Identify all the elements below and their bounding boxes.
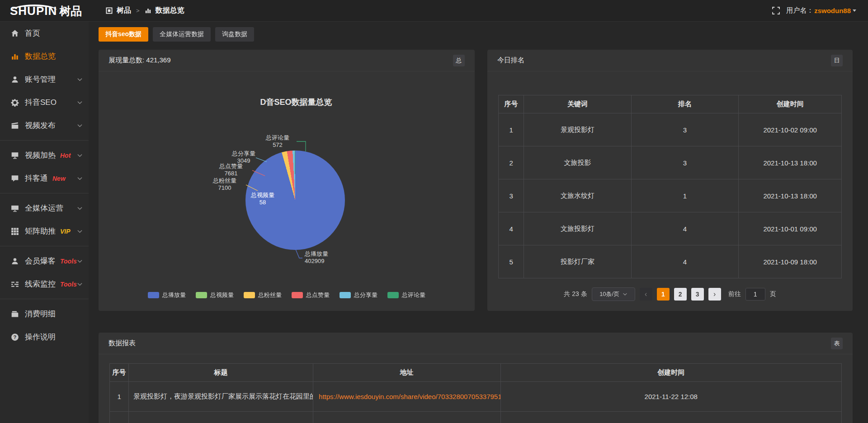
cell-rank: 1 — [631, 179, 739, 212]
next-page-button[interactable]: › — [708, 288, 721, 301]
chevron-down-icon — [77, 207, 82, 210]
sidebar-item-instructions[interactable]: ? 操作说明 — [0, 325, 89, 348]
page-button-1[interactable]: 1 — [657, 288, 670, 301]
page-size-select[interactable]: 10条/页 — [592, 287, 635, 301]
tab-douyin-seo-data[interactable]: 抖音seo数据 — [99, 27, 148, 42]
app-square-icon — [106, 7, 113, 14]
video-link[interactable]: https://www.iesdouyin.com/share/video/70… — [319, 393, 500, 400]
tools-badge: Tools — [60, 281, 77, 288]
sidebar-item-douketong[interactable]: 抖客通 New — [0, 167, 89, 190]
home-icon — [11, 29, 19, 38]
pie-label-name: 总播放量 — [305, 250, 354, 258]
sidebar-item-label: 账号管理 — [25, 74, 56, 85]
legend-item-videos[interactable]: 总视频量 — [196, 291, 234, 299]
sidebar-item-label: 首页 — [25, 28, 40, 38]
cell-index: 1 — [499, 113, 524, 146]
sidebar-item-account[interactable]: 账号管理 — [0, 68, 89, 91]
page-button-3[interactable]: 3 — [691, 288, 704, 301]
sidebar-item-video-publish[interactable]: 视频发布 — [0, 114, 89, 137]
new-badge: New — [52, 175, 66, 182]
ranking-table: 序号 关键词 排名 创建时间 1 景观投影灯 3 2021-10-02 09:0… — [498, 95, 842, 278]
pie-label-value: 572 — [259, 141, 296, 149]
tab-inquiry-data[interactable]: 询盘数据 — [215, 27, 254, 42]
chevron-down-icon — [77, 154, 82, 157]
chevron-down-icon — [77, 177, 82, 180]
cell-rank: 4 — [631, 245, 739, 278]
legend-item-plays[interactable]: 总播放量 — [148, 291, 186, 299]
sidebar-item-matrix-boost[interactable]: 矩阵助推 VIP — [0, 220, 89, 243]
overview-total-label: 展现量总数: 421,369 — [108, 56, 171, 65]
cell-keyword: 文旅投影 — [524, 146, 632, 179]
col-header-url: 地址 — [313, 364, 500, 382]
data-tabs: 抖音seo数据 全媒体运营数据 询盘数据 — [99, 27, 868, 42]
cell-keyword: 文旅水纹灯 — [524, 179, 632, 212]
chevron-down-icon — [77, 78, 82, 81]
legend-swatch — [148, 292, 159, 298]
sidebar-divider — [0, 246, 89, 246]
logo-text-cn: 树品 — [59, 5, 82, 18]
topbar-right: 用户名： zswodun88 — [772, 6, 868, 15]
table-row: 1 景观投影灯 3 2021-10-02 09:00 — [499, 113, 842, 146]
legend-label: 总播放量 — [162, 291, 186, 299]
cell-index: 4 — [499, 212, 524, 245]
cell-keyword: 文旅投影灯 — [524, 212, 632, 245]
pie-label-value: 7681 — [212, 170, 250, 177]
legend-label: 总粉丝量 — [258, 291, 282, 299]
legend-item-likes[interactable]: 总点赞量 — [292, 291, 330, 299]
sidebar-item-data-overview[interactable]: 数据总览 — [0, 45, 89, 68]
chevron-down-icon — [77, 230, 82, 233]
clapperboard-icon — [11, 122, 19, 130]
page-button-2[interactable]: 2 — [674, 288, 687, 301]
legend-swatch — [244, 292, 255, 298]
pie-label-value: 7100 — [205, 184, 244, 192]
day-badge-button[interactable]: 日 — [831, 55, 843, 66]
report-panel-title: 数据报表 — [108, 339, 136, 348]
sidebar-item-home[interactable]: 首页 — [0, 22, 89, 45]
legend-item-fans[interactable]: 总粉丝量 — [244, 291, 282, 299]
breadcrumb-root[interactable]: 树品 — [117, 6, 131, 15]
pie-label-plays: 总播放量 402909 — [305, 250, 354, 265]
breadcrumb: 树品 > 数据总览 — [106, 6, 184, 15]
table-header-row: 序号 标题 地址 创建时间 — [110, 364, 842, 382]
legend-item-shares[interactable]: 总分享量 — [340, 291, 377, 299]
tab-omnimedia-data[interactable]: 全媒体运营数据 — [153, 27, 211, 42]
fullscreen-icon[interactable] — [772, 7, 780, 14]
sidebar-item-omnimedia[interactable]: 全媒体运营 — [0, 197, 89, 220]
sidebar-item-video-heat[interactable]: 视频加热 Hot — [0, 144, 89, 167]
pie-label-name: 总粉丝量 — [205, 177, 244, 184]
legend-label: 总分享量 — [354, 291, 377, 299]
cell-created — [500, 412, 841, 423]
cell-title: 景观投影灯，夜游景观投影灯厂家展示展示落花灯在花园里的灯光投影应用效果 # — [129, 382, 313, 412]
username-value: zswodun88 — [814, 7, 851, 14]
overview-panel: 展现量总数: 421,369 总 D音SEO数据量总览 总评论量 572 — [99, 50, 475, 311]
vip-badge: VIP — [60, 228, 71, 235]
gear-icon — [11, 99, 19, 107]
goto-page-input[interactable] — [745, 288, 765, 301]
table-row: 4 文旅投影灯 4 2021-10-01 09:00 — [499, 212, 842, 245]
ranking-panel-header: 今日排名 日 — [487, 50, 853, 71]
pie-label-likes: 总点赞量 7681 — [212, 163, 250, 177]
sidebar-divider — [0, 140, 89, 141]
legend-item-comments[interactable]: 总评论量 — [387, 291, 425, 299]
breadcrumb-separator: > — [136, 7, 140, 14]
total-badge-button[interactable]: 总 — [453, 55, 465, 66]
cell-rank: 3 — [631, 113, 739, 146]
chevron-down-icon — [853, 9, 856, 12]
username-label: 用户名： — [786, 6, 813, 15]
cell-index: 5 — [499, 245, 524, 278]
sidebar-item-douyin-seo[interactable]: 抖音SEO — [0, 91, 89, 114]
user-menu[interactable]: 用户名： zswodun88 — [786, 6, 856, 15]
prev-page-button[interactable]: ‹ — [640, 288, 652, 301]
col-header-title: 标题 — [129, 364, 313, 382]
sidebar-item-lead-monitor[interactable]: 线索监控 Tools — [0, 273, 89, 296]
table-badge-button[interactable]: 表 — [831, 338, 843, 349]
sidebar-item-member-burst[interactable]: 会员爆客 Tools — [0, 249, 89, 273]
cell-keyword: 景观投影灯 — [524, 113, 632, 146]
sidebar-item-label: 线索监控 — [25, 279, 56, 289]
breadcrumb-current: 数据总览 — [156, 6, 184, 15]
cell-created: 2021-10-13 18:00 — [739, 146, 842, 179]
sidebar-item-expense-detail[interactable]: 消费明细 — [0, 302, 89, 325]
cell-index: 1 — [110, 382, 129, 412]
sidebar-item-label: 全媒体运营 — [25, 203, 63, 213]
sidebar-item-label: 抖客通 — [25, 173, 48, 183]
